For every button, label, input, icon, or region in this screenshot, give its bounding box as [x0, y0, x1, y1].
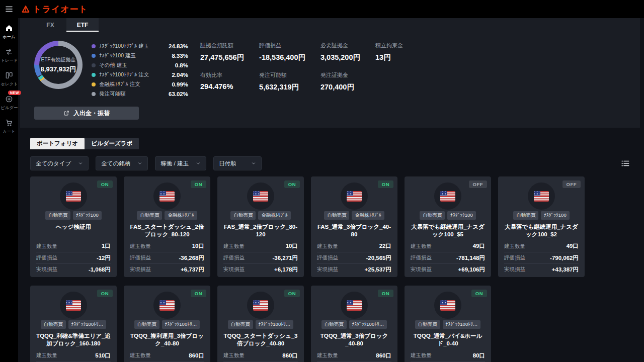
- status-toggle[interactable]: ON: [471, 290, 487, 297]
- sidebar-item-builder[interactable]: NEW ビルダー: [0, 91, 18, 115]
- chevron-down-icon: [78, 161, 83, 166]
- auto-trade-tag: 自動売買: [137, 211, 162, 220]
- external-link-icon: [63, 110, 69, 116]
- donut-center-label: ETF有効証拠金: [41, 56, 76, 63]
- status-toggle[interactable]: OFF: [562, 180, 581, 188]
- symbol-tag: 金融株ﾄﾘﾌﾟﾙ: [352, 211, 384, 220]
- app-logo[interactable]: トライオート: [21, 4, 88, 15]
- sidebar-item-trade[interactable]: トレード: [0, 44, 18, 67]
- status-toggle[interactable]: ON: [378, 290, 393, 297]
- portfolio-card[interactable]: ON 自動売買 ﾅｽﾀﾞｯｸ100ﾄﾘ… TQQQ_利確&準備エリア_追加ブロッ…: [30, 286, 117, 362]
- us-flag-icon: [153, 183, 181, 210]
- symbol-tag: ﾅｽﾀﾞｯｸ100ﾄﾘ…: [443, 320, 480, 329]
- account-tabs: FX ETF: [20, 18, 640, 32]
- sidebar-item-cart[interactable]: カート: [0, 115, 18, 138]
- symbol-tag: 金融株ﾄﾘﾌﾟﾙ: [258, 211, 290, 220]
- filter-status-dropdown[interactable]: 稼働 / 建玉: [155, 156, 206, 170]
- status-toggle[interactable]: OFF: [469, 180, 488, 188]
- sidebar-item-home[interactable]: ホーム: [0, 20, 18, 44]
- us-flag-icon: [247, 292, 274, 319]
- auto-trade-tag: 自動売買: [45, 211, 70, 220]
- auto-trade-tag: 自動売買: [230, 211, 256, 220]
- us-flag-icon: [153, 292, 181, 319]
- realized-row: 実現損益 +6,737円: [130, 263, 204, 275]
- card-tags: 自動売買 ﾅｽﾀﾞｯｸ100: [36, 211, 111, 220]
- position-row: 建玉数量 860口: [223, 350, 298, 361]
- status-toggle[interactable]: ON: [284, 290, 300, 297]
- status-toggle[interactable]: ON: [191, 180, 206, 188]
- symbol-tag: ﾅｽﾀﾞｯｸ100ﾄﾘ…: [349, 320, 387, 329]
- portfolio-card[interactable]: ON 自動売買 ﾅｽﾀﾞｯｸ100 ヘッジ検証用 建玉数量 1口 評価損益 -1…: [30, 176, 117, 277]
- position-row: 建玉数量 80口: [411, 350, 485, 361]
- status-toggle[interactable]: ON: [97, 180, 113, 188]
- sidebar-item-select[interactable]: セレクト: [0, 67, 18, 91]
- card-title: FAS_通常_2倍ブロック_80-120: [223, 223, 298, 238]
- portfolio-card[interactable]: OFF 自動売買 ﾅｽﾀﾞｯｸ100 大暴落でも継続運用_ナスダック100_$2…: [498, 176, 585, 277]
- symbol-tag: ﾅｽﾀﾞｯｸ100: [541, 211, 569, 220]
- us-flag-icon: [341, 292, 368, 319]
- home-icon: [5, 24, 13, 32]
- card-tags: 自動売買 ﾅｽﾀﾞｯｸ100ﾄﾘ…: [411, 320, 485, 329]
- unrealized-value: -12円: [97, 254, 111, 262]
- filter-symbol-dropdown[interactable]: 全ての銘柄: [96, 156, 148, 170]
- plus-circle-icon: NEW: [5, 95, 13, 103]
- realized-value: +43,387円: [552, 266, 579, 274]
- portfolio-card[interactable]: ON 自動売買 ﾅｽﾀﾞｯｸ100ﾄﾘ… TQQQ_スタートダッシュ_3倍ブロッ…: [217, 286, 304, 362]
- sidebar-item-label: カート: [3, 129, 15, 135]
- list-view-icon[interactable]: [621, 158, 632, 169]
- sidebar-item-label: セレクト: [1, 81, 18, 87]
- cart-icon: [5, 119, 13, 127]
- status-toggle[interactable]: ON: [97, 290, 113, 297]
- portfolio-card[interactable]: ON 自動売買 金融株ﾄﾘﾌﾟﾙ FAS_通常_3倍ブロック_40-80 建玉数…: [311, 176, 397, 277]
- position-row: 建玉数量 10口: [130, 240, 204, 252]
- tab-builders-lab[interactable]: ビルダーズラボ: [85, 138, 139, 149]
- portfolio-card[interactable]: ON 自動売買 ﾅｽﾀﾞｯｸ100ﾄﾘ… TQQQ_通常_バイ&ホールド_0-4…: [405, 286, 491, 362]
- realized-row: 実現損益 +25,537円: [317, 263, 391, 275]
- logo-text: トライオート: [33, 4, 88, 15]
- realized-value: +69,106円: [458, 266, 485, 274]
- card-title: TQQQ_利確&準備エリア_追加ブロック_160-180: [36, 332, 111, 347]
- card-title: 大暴落でも継続運用_ナスダック100_$5: [411, 223, 485, 238]
- realized-value: +6,737円: [181, 266, 204, 274]
- position-row: 建玉数量 49口: [504, 240, 579, 252]
- tab-portfolio[interactable]: ポートフォリオ: [30, 138, 85, 149]
- filter-row: 全てのタイプ 全ての銘柄 稼働 / 建玉 日付順: [30, 156, 632, 170]
- auto-trade-tag: 自動売買: [513, 211, 538, 220]
- tab-etf[interactable]: ETF: [66, 18, 99, 32]
- us-flag-icon: [341, 183, 368, 210]
- legend-swatch: [92, 44, 96, 48]
- stat-effective-ratio: 有効比率294.476%: [200, 71, 244, 92]
- legend-swatch: [92, 73, 96, 77]
- auto-trade-tag: 自動売買: [415, 320, 440, 329]
- position-row: 建玉数量 860口: [130, 350, 204, 361]
- portfolio-card[interactable]: ON 自動売買 ﾅｽﾀﾞｯｸ100ﾄﾘ… TQQQ_通常_3倍ブロック_40-8…: [311, 286, 397, 362]
- card-tags: 自動売買 金融株ﾄﾘﾌﾟﾙ: [223, 211, 298, 220]
- chevron-down-icon: [137, 161, 142, 166]
- position-value: 49口: [473, 242, 485, 250]
- status-toggle[interactable]: ON: [284, 180, 300, 188]
- margin-donut-chart: ETF有効証拠金 8,937,932円: [34, 41, 83, 89]
- us-flag-icon: [528, 183, 555, 210]
- portfolio-card[interactable]: ON 自動売買 金融株ﾄﾘﾌﾟﾙ FAS_通常_2倍ブロック_80-120 建玉…: [217, 176, 304, 277]
- portfolio-card[interactable]: ON 自動売買 金融株ﾄﾘﾌﾟﾙ FAS_スタートダッシュ_2倍ブロック_80-…: [124, 176, 210, 277]
- position-value: 10口: [286, 242, 298, 250]
- legend-swatch: [92, 92, 96, 96]
- deposit-transfer-button[interactable]: 入出金・振替: [34, 107, 139, 120]
- status-toggle[interactable]: ON: [191, 290, 206, 297]
- position-row: 建玉数量 510口: [36, 350, 111, 361]
- status-toggle[interactable]: ON: [378, 180, 393, 188]
- stat-reserved-funds: 積立拘束金13円: [375, 42, 403, 62]
- symbol-tag: ﾅｽﾀﾞｯｸ100: [447, 211, 475, 220]
- us-flag-icon: [247, 183, 274, 210]
- sidebar-item-label: ホーム: [3, 34, 15, 40]
- filter-type-dropdown[interactable]: 全てのタイプ: [30, 156, 89, 170]
- unrealized-value: -20,565円: [366, 254, 391, 262]
- menu-icon[interactable]: [0, 0, 18, 18]
- card-title: ヘッジ検証用: [36, 223, 111, 238]
- legend-swatch: [92, 63, 96, 67]
- sort-order-dropdown[interactable]: 日付順: [213, 156, 262, 170]
- portfolio-card[interactable]: OFF 自動売買 ﾅｽﾀﾞｯｸ100 大暴落でも継続運用_ナスダック100_$5…: [405, 176, 491, 277]
- position-value: 860口: [189, 352, 204, 359]
- portfolio-card[interactable]: ON 自動売買 ﾅｽﾀﾞｯｸ100ﾄﾘ… TQQQ_複利運用_3倍ブロック_40…: [124, 286, 210, 362]
- tab-fx[interactable]: FX: [34, 18, 66, 32]
